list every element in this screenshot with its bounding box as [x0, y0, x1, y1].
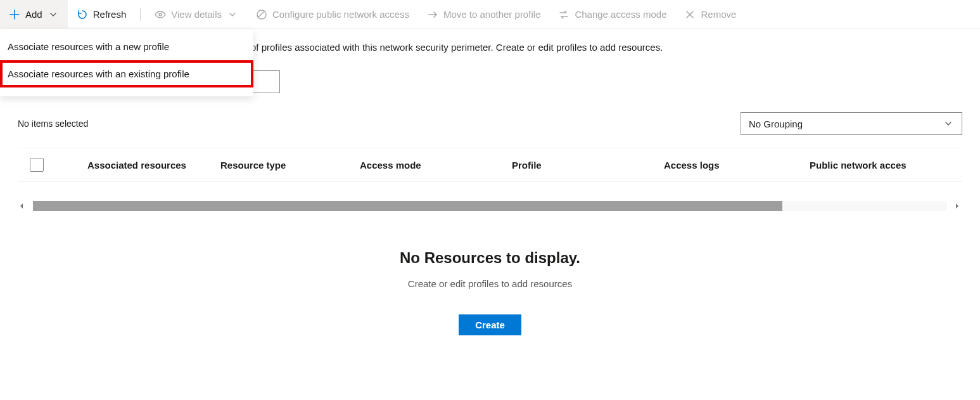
scroll-right-icon[interactable] [953, 202, 962, 210]
plus-icon [9, 9, 20, 20]
configure-network-button: Configure public network access [247, 0, 418, 29]
col-access-mode[interactable]: Access mode [360, 160, 512, 171]
swap-icon [558, 9, 570, 20]
change-mode-button: Change access mode [549, 0, 675, 29]
remove-button: Remove [675, 0, 745, 29]
empty-state: No Resources to display. Create or edit … [0, 249, 980, 335]
svg-point-0 [159, 13, 162, 16]
toolbar-separator [140, 8, 141, 21]
add-label: Add [25, 9, 42, 20]
refresh-button[interactable]: Refresh [68, 0, 136, 29]
table-header-row: Associated resources Resource type Acces… [18, 148, 962, 182]
selection-status: No items selected [18, 119, 88, 129]
network-icon [256, 9, 267, 20]
arrow-right-icon [427, 9, 438, 20]
dropdown-item-new-profile[interactable]: Associate resources with a new profile [0, 33, 253, 60]
status-row: No items selected No Grouping [0, 93, 980, 135]
toolbar: Add Associate resources with a new profi… [0, 0, 980, 29]
svg-point-1 [257, 10, 266, 19]
table: Associated resources Resource type Acces… [18, 148, 962, 182]
move-button: Move to another profile [418, 0, 549, 29]
close-icon [684, 9, 696, 20]
grouping-select[interactable]: No Grouping [741, 112, 962, 135]
create-button[interactable]: Create [459, 314, 521, 335]
scroll-left-icon[interactable] [18, 202, 27, 210]
col-profile[interactable]: Profile [512, 160, 664, 171]
dropdown-item-existing-profile[interactable]: Associate resources with an existing pro… [0, 60, 253, 87]
horizontal-scrollbar[interactable] [18, 201, 962, 211]
col-resource-type[interactable]: Resource type [220, 160, 360, 171]
col-associated-resources[interactable]: Associated resources [56, 160, 220, 171]
eye-icon [155, 9, 166, 20]
chevron-down-icon [943, 118, 954, 129]
empty-title: No Resources to display. [0, 249, 980, 267]
chevron-down-icon [227, 9, 238, 20]
view-details-button: View details [146, 0, 247, 29]
scroll-track[interactable] [33, 201, 947, 211]
refresh-icon [77, 9, 88, 20]
select-all-checkbox[interactable] [30, 158, 44, 172]
empty-subtitle: Create or edit profiles to add resources [0, 278, 980, 289]
chevron-down-icon [48, 9, 59, 20]
add-button[interactable]: Add [0, 0, 68, 29]
col-public-network-access[interactable]: Public network acces [810, 160, 949, 171]
refresh-label: Refresh [93, 9, 127, 20]
add-dropdown: Associate resources with a new profile A… [0, 29, 253, 96]
col-access-logs[interactable]: Access logs [664, 160, 810, 171]
scroll-thumb[interactable] [33, 201, 782, 211]
